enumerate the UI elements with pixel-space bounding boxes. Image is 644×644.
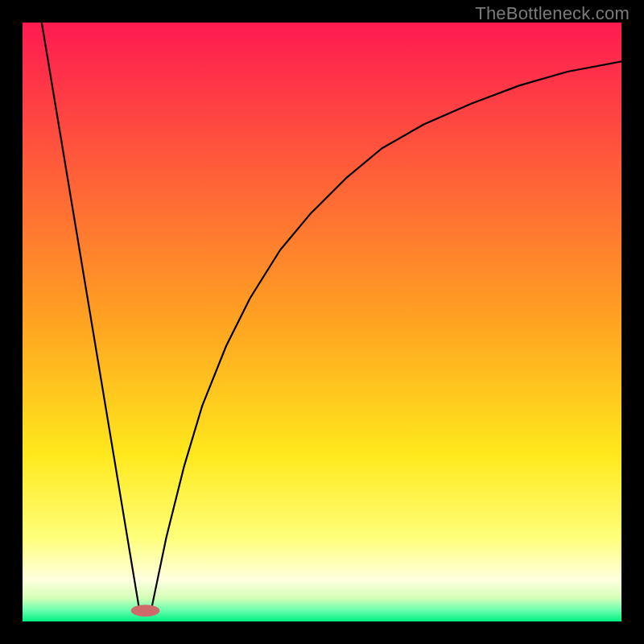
valley-marker bbox=[131, 605, 160, 617]
chart-svg bbox=[23, 23, 621, 621]
watermark-text: TheBottleneck.com bbox=[475, 3, 630, 24]
plot-area bbox=[23, 23, 621, 621]
chart-frame: TheBottleneck.com bbox=[0, 0, 644, 644]
annotation-group bbox=[131, 605, 160, 617]
gradient-background bbox=[23, 23, 621, 621]
